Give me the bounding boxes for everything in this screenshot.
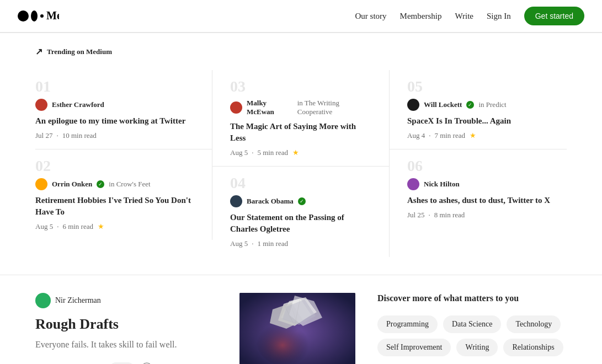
trending-item[interactable]: 06Nick HiltonAshes to ashes, dust to dus… <box>390 149 567 228</box>
verified-icon: ✓ <box>97 180 104 188</box>
discover-section: Discover more of what matters to you Pro… <box>377 293 565 364</box>
trending-column-1: 01Esther CrawfordAn epilogue to my time … <box>35 70 212 257</box>
trending-title: The Magic Art of Saying More with Less <box>230 121 371 144</box>
trending-item[interactable]: 05Will Lockett✓in PredictSpaceX Is In Tr… <box>390 70 567 149</box>
trending-item[interactable]: 03Malky McEwanin The Writing Cooperative… <box>212 70 390 167</box>
trending-meta: Aug 5·6 min read ★ <box>35 222 194 231</box>
trending-date: Aug 4 <box>407 131 425 140</box>
trending-column-3: 05Will Lockett✓in PredictSpaceX Is In Tr… <box>390 70 567 257</box>
dot: · <box>428 211 430 220</box>
trending-grid: 01Esther CrawfordAn epilogue to my time … <box>35 70 567 257</box>
featured-image <box>239 293 355 364</box>
boost-icon: ★ <box>292 148 299 157</box>
svg-point-2 <box>40 14 44 18</box>
write-link[interactable]: Write <box>455 12 473 21</box>
trending-item-author: Barack Obama✓ <box>230 195 371 207</box>
dot: · <box>252 239 253 248</box>
membership-link[interactable]: Membership <box>400 12 442 21</box>
author-avatar <box>230 195 242 207</box>
trending-meta: Aug 5·5 min read ★ <box>230 148 371 157</box>
author-avatar <box>35 178 47 190</box>
discover-tag[interactable]: Technology <box>507 315 561 333</box>
featured-article: Nir Zicherman Rough Drafts Everyone fail… <box>35 293 226 364</box>
trending-item[interactable]: 01Esther CrawfordAn epilogue to my time … <box>35 70 212 149</box>
trending-read-time: 10 min read <box>62 131 97 140</box>
dot: · <box>57 222 58 231</box>
trending-date: Aug 5 <box>230 239 248 248</box>
discover-tag[interactable]: Self Improvement <box>377 339 451 356</box>
trending-read-time: 6 min read <box>62 222 93 231</box>
featured-author-avatar <box>35 293 51 308</box>
discover-tag[interactable]: Programming <box>377 315 438 333</box>
trending-column-2: 03Malky McEwanin The Writing Cooperative… <box>212 70 390 257</box>
trending-read-time: 8 min read <box>434 211 465 220</box>
svg-point-0 <box>18 10 29 22</box>
featured-author-name: Nir Zicherman <box>55 296 101 305</box>
discover-tag[interactable]: Writing <box>456 339 498 356</box>
tags-grid: ProgrammingData ScienceTechnologySelf Im… <box>377 315 565 356</box>
trending-item[interactable]: 02Orrin Onken✓in Crow's FeetRetirement H… <box>35 149 212 240</box>
featured-title[interactable]: Rough Drafts <box>35 315 226 334</box>
get-started-button[interactable]: Get started <box>524 7 584 25</box>
boost-icon: ★ <box>470 131 476 140</box>
author-name: Malky McEwan <box>247 99 293 116</box>
trending-read-time: 1 min read <box>257 239 288 248</box>
trending-header: ↗ Trending on Medium <box>35 46 567 57</box>
author-publication: in Predict <box>478 100 506 109</box>
dot: · <box>252 148 253 157</box>
author-name: Nick Hilton <box>424 180 460 189</box>
trending-read-time: 5 min read <box>257 148 288 157</box>
trending-meta: Jul 27·10 min read <box>35 131 194 140</box>
author-publication: in Crow's Feet <box>109 180 150 189</box>
dot: · <box>56 131 58 140</box>
svg-point-1 <box>31 10 38 22</box>
our-story-link[interactable]: Our story <box>355 12 387 21</box>
dot: · <box>429 131 430 140</box>
trending-section: ↗ Trending on Medium 01Esther CrawfordAn… <box>0 33 602 275</box>
author-avatar <box>407 99 419 111</box>
author-name: Barack Obama <box>247 197 294 206</box>
trending-item-number: 06 <box>407 158 567 174</box>
trending-title: Ashes to ashes, dust to dust, Twitter to… <box>407 195 567 206</box>
author-publication: in The Writing Cooperative <box>297 99 371 116</box>
trending-meta: Aug 5·1 min read <box>230 239 371 248</box>
header: Medium Our story Membership Write Sign I… <box>0 0 602 33</box>
trending-item-number: 01 <box>35 79 194 94</box>
add-to-reading-list-button[interactable] <box>139 360 155 364</box>
verified-icon: ✓ <box>298 197 306 205</box>
trending-meta: Jul 25·8 min read <box>407 211 567 220</box>
trending-item-author: Will Lockett✓in Predict <box>407 99 567 111</box>
trending-item-author: Esther Crawford <box>35 99 194 111</box>
trending-item-author: Malky McEwanin The Writing Cooperative <box>230 99 371 116</box>
trending-date: Aug 5 <box>230 148 248 157</box>
trending-title: An epilogue to my time working at Twitte… <box>35 115 194 127</box>
discover-tag[interactable]: Relationships <box>503 339 563 356</box>
boost-icon: ★ <box>98 222 104 231</box>
author-name: Will Lockett <box>424 100 462 109</box>
trending-meta: Aug 4·7 min read ★ <box>407 131 567 140</box>
discover-tag[interactable]: Data Science <box>443 315 501 333</box>
trending-item-author: Orrin Onken✓in Crow's Feet <box>35 178 194 190</box>
trending-title: Our Statement on the Passing of Charles … <box>230 212 371 235</box>
featured-subtitle: Everyone fails. It takes skill to fail w… <box>35 338 226 351</box>
medium-logo-icon: Medium <box>18 8 59 24</box>
sign-in-link[interactable]: Sign In <box>487 12 511 21</box>
discover-title: Discover more of what matters to you <box>377 293 565 304</box>
trending-item[interactable]: 04Barack Obama✓Our Statement on the Pass… <box>212 167 390 257</box>
trending-date: Jul 27 <box>35 131 52 140</box>
svg-text:Medium: Medium <box>46 9 59 22</box>
trending-item-number: 03 <box>230 79 371 94</box>
trending-item-number: 05 <box>407 79 567 94</box>
author-name: Orrin Onken <box>52 180 92 189</box>
author-avatar <box>407 178 419 190</box>
featured-meta: Aug 8 · 5 min read · Life <box>35 360 226 364</box>
logo[interactable]: Medium <box>18 8 59 24</box>
trending-item-number: 04 <box>230 175 371 191</box>
trending-item-number: 02 <box>35 158 194 174</box>
header-nav: Our story Membership Write Sign In Get s… <box>355 7 584 25</box>
trending-label: Trending on Medium <box>47 47 112 56</box>
trending-date: Aug 5 <box>35 222 53 231</box>
featured-article-container: Nir Zicherman Rough Drafts Everyone fail… <box>35 293 355 364</box>
trending-title: Retirement Hobbies I've Tried So You Don… <box>35 195 194 218</box>
featured-author: Nir Zicherman <box>35 293 226 308</box>
